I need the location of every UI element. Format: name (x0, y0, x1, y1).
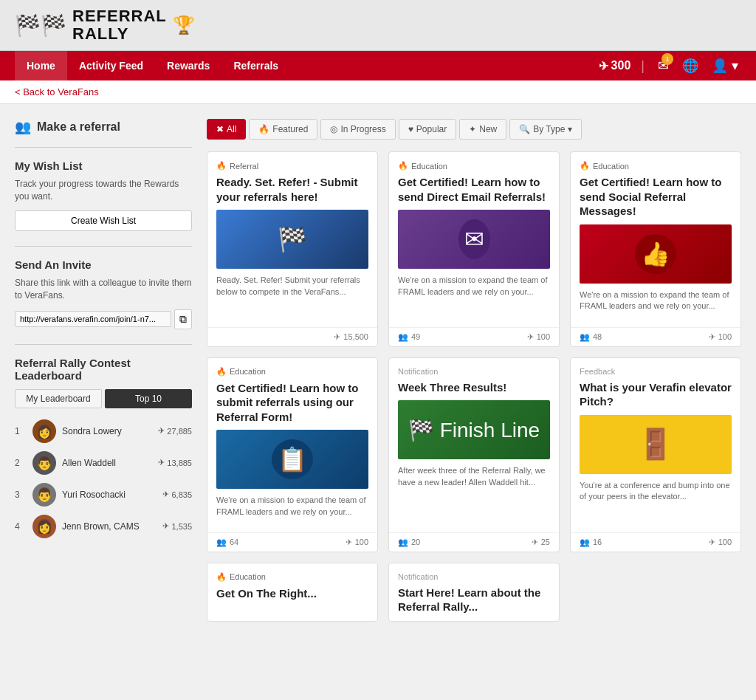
card-title-3: Get Certified! Learn how to send Social … (580, 175, 732, 219)
points-plane-icon: ✈ (334, 332, 340, 342)
card-title-8: Start Here! Learn about the Referral Ral… (398, 586, 550, 614)
filter-popular-button[interactable]: ♥ Popular (399, 119, 457, 140)
card-start-here[interactable]: Notification Start Here! Learn about the… (388, 563, 560, 622)
card-participants-3: 👥 48 (580, 332, 602, 342)
card-image-4: 📋 (216, 430, 368, 489)
card-participants-6: 👥 16 (580, 538, 602, 547)
leaderboard-section: Referral Rally Contest Leaderboard My Le… (15, 344, 192, 543)
invite-title: Send An Invite (15, 258, 192, 271)
participants-icon-5: 👥 (398, 538, 408, 547)
filter-popular-label: Popular (416, 124, 447, 134)
copy-link-button[interactable]: ⧉ (174, 309, 192, 329)
card-referral[interactable]: 🔥 Referral Ready. Set. Refer! - Submit y… (207, 151, 378, 346)
filter-new-button[interactable]: ✦ New (459, 119, 506, 140)
leaderboard-title: Referral Rally Contest Leaderboard (15, 357, 192, 382)
filter-all-button[interactable]: ✖ All (207, 119, 246, 140)
user-icon: 👤 ▾ (712, 58, 738, 73)
flame-icon-2: 🔥 (398, 161, 408, 171)
trophy-icon: 🏆 (173, 15, 195, 35)
card-desc-6: You're at a conference and bump into one… (580, 480, 732, 503)
sidebar: 👥 Make a referral My Wish List Track you… (15, 119, 192, 622)
nav-divider: | (641, 58, 645, 74)
nav-rewards[interactable]: Rewards (155, 51, 221, 80)
card-type-7: 🔥 Education (216, 572, 368, 582)
card-points-1: ✈ 15,500 (334, 332, 368, 342)
filter-by-type-dropdown[interactable]: 🔍 By Type ▾ (509, 119, 582, 140)
lb-name-1: Sondra Lowery (62, 426, 152, 436)
filter-bar: ✖ All 🔥 Featured ◎ In Progress ♥ Popular… (207, 119, 741, 140)
card-email-referral[interactable]: 🔥 Education Get Certified! Learn how to … (388, 151, 560, 346)
flame-icon-1: 🔥 (216, 161, 227, 171)
card-type-8: Notification (398, 572, 550, 581)
filter-all-label: All (227, 124, 236, 134)
card-desc-2: We're on a mission to expand the team of… (398, 275, 550, 298)
card-type-6: Feedback (580, 367, 732, 376)
filter-new-label: New (479, 124, 497, 134)
card-title-2: Get Certified! Learn how to send Direct … (398, 175, 550, 204)
make-referral-icon: 👥 (15, 119, 31, 135)
points-plane-icon-1: ✈ (158, 426, 165, 436)
lb-rank-3: 3 (15, 490, 27, 500)
leaderboard-rows: 1 👩 Sondra Lowery ✈ 27,885 2 👨 Allen Wad… (15, 416, 192, 543)
by-type-label: By Type (533, 124, 565, 134)
lb-rank-1: 1 (15, 426, 27, 436)
points-plane-icon-2: ✈ (158, 458, 165, 467)
card-body-5: Notification Week Three Results! 🏁 Finis… (389, 358, 559, 532)
nav-links: Home Activity Feed Rewards Referrals (15, 51, 290, 80)
create-wishlist-button[interactable]: Create Wish List (15, 210, 192, 231)
flame-icon-3: 🔥 (580, 161, 590, 171)
card-footer-6: 👥 16 ✈ 100 (571, 532, 740, 552)
nav-right: ✈ 300 | ✉ 1 🌐 👤 ▾ (599, 55, 741, 77)
card-elevator-pitch[interactable]: Feedback What is your Verafin elevator P… (570, 357, 741, 552)
lb-avatar-3: 👨 (32, 483, 56, 507)
leaderboard-tab-top10[interactable]: Top 10 (105, 389, 192, 408)
chevron-down-icon: ▾ (568, 124, 572, 134)
card-points-6: ✈ 100 (709, 538, 732, 547)
card-body-1: 🔥 Referral Ready. Set. Refer! - Submit y… (207, 152, 377, 326)
make-referral-label[interactable]: Make a referral (37, 120, 120, 134)
nav-referrals[interactable]: Referrals (221, 51, 290, 80)
nav-home[interactable]: Home (15, 51, 67, 80)
globe-button[interactable]: 🌐 (679, 55, 701, 77)
wishlist-section: My Wish List Track your progress towards… (15, 159, 192, 231)
wishlist-title: My Wish List (15, 159, 192, 172)
filter-new-icon: ✦ (469, 124, 476, 134)
card-footer-4: 👥 64 ✈ 100 (207, 532, 377, 552)
card-image-1: 🏁 (216, 210, 368, 269)
points-plane-icon-6: ✈ (709, 538, 715, 547)
invite-link-input[interactable] (15, 311, 171, 327)
card-type-2: 🔥 Education (398, 161, 550, 171)
lb-rank-4: 4 (15, 521, 27, 532)
logo-area: 🏁🏁 REFERRAL RALLY 🏆 (15, 7, 195, 43)
lb-points-1: ✈ 27,885 (158, 426, 192, 436)
lb-avatar-4: 👩 (32, 515, 56, 538)
filter-featured-button[interactable]: 🔥 Featured (249, 119, 317, 140)
filter-popular-icon: ♥ (408, 124, 413, 134)
card-week-three[interactable]: Notification Week Three Results! 🏁 Finis… (388, 357, 560, 552)
user-menu-button[interactable]: 👤 ▾ (709, 55, 741, 77)
lb-points-2: ✈ 13,885 (158, 458, 192, 467)
points-plane-icon-5: ✈ (532, 538, 538, 547)
lb-rank-2: 2 (15, 458, 27, 468)
card-type-1: 🔥 Referral (216, 161, 368, 171)
card-social-referral[interactable]: 🔥 Education Get Certified! Learn how to … (570, 151, 741, 346)
points-plane-icon-3: ✈ (162, 490, 169, 499)
card-get-on-right[interactable]: 🔥 Education Get On The Right... (207, 563, 378, 622)
nav-activity-feed[interactable]: Activity Feed (67, 51, 155, 80)
nav-points: ✈ 300 (599, 59, 631, 73)
card-points-2: ✈ 100 (527, 332, 550, 342)
card-body-3: 🔥 Education Get Certified! Learn how to … (571, 152, 740, 326)
card-referral-form[interactable]: 🔥 Education Get Certified! Learn how to … (207, 357, 378, 552)
filter-featured-icon: 🔥 (258, 124, 269, 134)
back-to-verafans-link[interactable]: < Back to VeraFans (15, 86, 99, 97)
card-title-7: Get On The Right... (216, 586, 368, 601)
points-value: 300 (611, 59, 631, 72)
card-footer-5: 👥 20 ✈ 25 (389, 532, 559, 552)
card-type-4: 🔥 Education (216, 367, 368, 377)
message-button[interactable]: ✉ 1 (655, 55, 672, 77)
card-type-5: Notification (398, 367, 550, 376)
filter-in-progress-button[interactable]: ◎ In Progress (320, 119, 395, 140)
filter-featured-label: Featured (272, 124, 308, 134)
points-plane-icon-2: ✈ (527, 332, 534, 342)
leaderboard-tab-my[interactable]: My Leaderboard (15, 389, 102, 408)
